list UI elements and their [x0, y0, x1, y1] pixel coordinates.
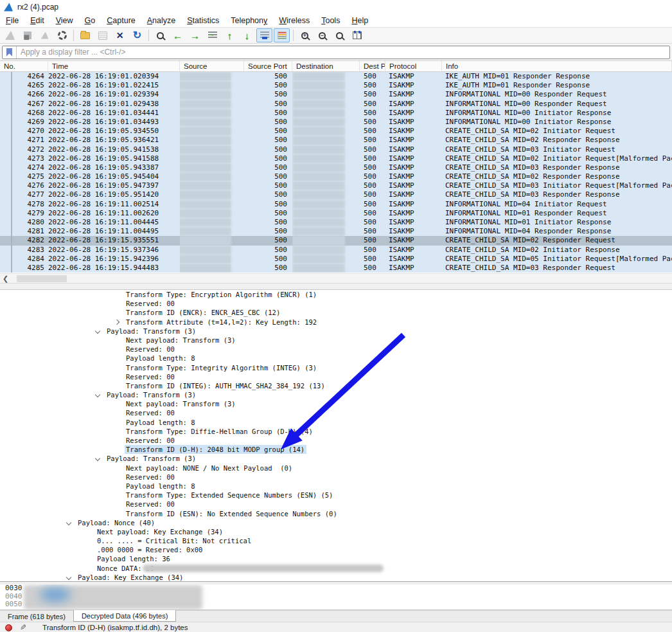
save-file-button[interactable] [94, 28, 111, 42]
detail-tree-line[interactable]: Next payload: NONE / No Next Payload (0) [0, 464, 672, 473]
packet-row[interactable]: 42662022-06-28 16:19:01.029394500500ISAK… [0, 90, 672, 99]
zoom-out-button[interactable]: − [314, 28, 330, 42]
menu-item-capture[interactable]: Capture [101, 15, 141, 26]
detail-tree-line[interactable]: Reserved: 00 [0, 408, 672, 417]
next-packet-button[interactable]: → [187, 28, 203, 42]
column-header-source[interactable]: Source [180, 61, 244, 71]
detail-tree-line[interactable]: Next payload: Transform (3) [0, 399, 672, 408]
packet-row[interactable]: 42712022-06-28 16:19:05.936421500500ISAK… [0, 136, 672, 145]
column-header-no-[interactable]: No. [0, 61, 48, 71]
restart-capture-button[interactable] [37, 28, 53, 42]
column-header-source-port[interactable]: Source Port [244, 61, 292, 71]
find-packet-button[interactable] [152, 28, 168, 42]
packet-row[interactable]: 42732022-06-28 16:19:05.941588500500ISAK… [0, 154, 672, 163]
detail-tree-line[interactable]: Nonce DATA: c0 [0, 564, 672, 573]
scrollbar-thumb[interactable] [17, 275, 67, 282]
tab-decrypted[interactable]: Decrypted Data (496 bytes) [73, 610, 177, 622]
display-filter-input[interactable]: Apply a display filter ... <Ctrl-/> [2, 46, 670, 59]
chevron-down-icon[interactable] [66, 519, 71, 525]
detail-tree-line[interactable]: Transform Attribute (t=14,l=2): Key Leng… [0, 318, 672, 327]
menu-item-view[interactable]: View [50, 15, 79, 26]
chevron-down-icon[interactable] [95, 392, 100, 397]
filter-bookmark-button[interactable] [3, 46, 17, 59]
detail-tree-line[interactable]: Transform ID (D-H): 2048 bit MODP group … [0, 445, 672, 454]
packet-row[interactable]: 42722022-06-28 16:19:05.941538500500ISAK… [0, 145, 672, 154]
menu-item-analyze[interactable]: Analyze [141, 15, 181, 26]
column-header-destination[interactable]: Destination [292, 61, 360, 71]
column-header-dest-port[interactable]: Dest Port [360, 61, 385, 71]
capture-comment-icon[interactable]: ✎ [20, 623, 26, 632]
detail-tree-line[interactable]: Payload length: 8 [0, 354, 672, 363]
detail-tree-line[interactable]: Next payload: Transform (3) [0, 336, 672, 345]
detail-tree-line[interactable]: Transform ID (ESN): No Extended Sequence… [0, 509, 672, 518]
packet-row[interactable]: 42772022-06-28 16:19:05.951420500500ISAK… [0, 190, 672, 199]
chevron-right-icon[interactable] [114, 320, 119, 325]
start-capture-button[interactable] [2, 28, 18, 42]
detail-tree-line[interactable]: .000 0000 = Reserved: 0x00 [0, 545, 672, 554]
goto-packet-button[interactable] [204, 28, 220, 42]
packet-row[interactable]: 42802022-06-28 16:19:11.004445500500ISAK… [0, 218, 672, 227]
resize-columns-button[interactable] [349, 28, 365, 42]
colorize-button[interactable] [274, 28, 290, 42]
chevron-down-icon[interactable] [95, 329, 100, 334]
packet-row[interactable]: 42672022-06-28 16:19:01.029438500500ISAK… [0, 100, 672, 109]
menu-item-edit[interactable]: Edit [24, 15, 50, 26]
detail-tree-line[interactable]: 0... .... = Critical Bit: Not critical [0, 536, 672, 545]
packet-row[interactable]: 42762022-06-28 16:19:05.947397500500ISAK… [0, 181, 672, 190]
packet-row[interactable]: 42782022-06-28 16:19:11.002514500500ISAK… [0, 200, 672, 209]
packet-row[interactable]: 42652022-06-28 16:19:01.022415500500ISAK… [0, 81, 672, 90]
detail-tree-line[interactable]: Transform Type: Extended Sequence Number… [0, 491, 672, 500]
packet-row[interactable]: 42822022-06-28 16:19:15.935551500500ISAK… [0, 236, 672, 245]
zoom-in-button[interactable]: + [297, 28, 313, 42]
detail-tree-line[interactable]: Reserved: 00 [0, 345, 672, 354]
menu-item-telephony[interactable]: Telephony [225, 15, 273, 26]
previous-packet-button[interactable]: ← [170, 28, 186, 42]
detail-tree-line[interactable]: Transform Type: Integrity Algorithm (INT… [0, 363, 672, 372]
detail-tree-line[interactable]: Payload: Transform (3) [0, 327, 672, 336]
detail-tree-line[interactable]: Transform ID (INTEG): AUTH_HMAC_SHA2_384… [0, 381, 672, 390]
packet-row[interactable]: 42842022-06-28 16:19:15.942396500500ISAK… [0, 255, 672, 264]
packet-row[interactable]: 42692022-06-28 16:19:01.034493500500ISAK… [0, 118, 672, 127]
detail-tree-line[interactable]: Transform Type: Encryption Algorithm (EN… [0, 290, 672, 299]
detail-tree-line[interactable]: Reserved: 00 [0, 372, 672, 381]
detail-tree-line[interactable]: Payload length: 8 [0, 482, 672, 491]
menu-item-file[interactable]: File [0, 15, 24, 26]
packet-row[interactable]: 42682022-06-28 16:19:01.034441500500ISAK… [0, 109, 672, 118]
auto-scroll-button[interactable] [256, 28, 272, 42]
packet-row[interactable]: 42832022-06-28 16:19:15.937346500500ISAK… [0, 246, 672, 255]
detail-tree-line[interactable]: Payload: Transform (3) [0, 390, 672, 399]
detail-tree-line[interactable]: Reserved: 00 [0, 299, 672, 308]
detail-tree-line[interactable]: Next payload: Key Exchange (34) [0, 527, 672, 536]
column-header-protocol[interactable]: Protocol [385, 61, 442, 71]
packet-row[interactable]: 42752022-06-28 16:19:05.945404500500ISAK… [0, 172, 672, 181]
menu-item-statistics[interactable]: Statistics [181, 15, 225, 26]
detail-tree-line[interactable]: Transform Type: Diffie-Hellman Group (D-… [0, 427, 672, 436]
chevron-down-icon[interactable] [66, 575, 71, 580]
detail-tree-line[interactable]: Payload: Nonce (40) [0, 518, 672, 527]
horizontal-scrollbar[interactable]: ❮ [0, 273, 672, 283]
open-file-button[interactable] [77, 28, 93, 42]
detail-tree-line[interactable]: Payload length: 36 [0, 554, 672, 563]
packet-row[interactable]: 42852022-06-28 16:19:15.944483500500ISAK… [0, 264, 672, 273]
capture-options-button[interactable] [54, 28, 70, 42]
detail-tree-line[interactable]: Reserved: 00 [0, 436, 672, 445]
detail-tree-line[interactable]: Transform ID (ENCR): ENCR_AES_CBC (12) [0, 308, 672, 317]
tab-frame[interactable]: Frame (618 bytes) [0, 611, 73, 622]
detail-tree-line[interactable]: Reserved: 00 [0, 500, 672, 509]
packet-row[interactable]: 42702022-06-28 16:19:05.934550500500ISAK… [0, 127, 672, 136]
column-header-time[interactable]: Time [48, 61, 180, 71]
detail-tree-line[interactable]: Reserved: 00 [0, 473, 672, 482]
detail-tree-line[interactable]: Payload length: 8 [0, 418, 672, 427]
expert-info-icon[interactable] [5, 624, 12, 631]
menu-item-wireless[interactable]: Wireless [273, 15, 315, 26]
column-header-info[interactable]: Info [442, 61, 672, 71]
packet-row[interactable]: 42742022-06-28 16:19:05.943387500500ISAK… [0, 163, 672, 172]
last-packet-button[interactable]: ↓ [239, 28, 255, 42]
menu-item-go[interactable]: Go [79, 15, 102, 26]
hex-bytes-pane[interactable]: 003000400050 [0, 584, 672, 610]
menu-item-help[interactable]: Help [346, 15, 374, 26]
zoom-100-button[interactable] [332, 28, 348, 42]
pane-splitter[interactable] [0, 283, 672, 289]
stop-capture-button[interactable]: ■ [19, 28, 35, 42]
packet-row[interactable]: 42792022-06-28 16:19:11.002620500500ISAK… [0, 209, 672, 218]
